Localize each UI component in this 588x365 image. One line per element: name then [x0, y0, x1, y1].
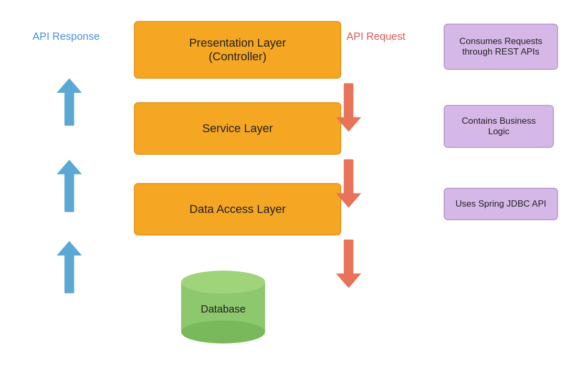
annotation-business-label: Contains BusinessLogic	[462, 116, 536, 137]
annotation-rest-apis: Consumes Requeststhrough REST APIs	[444, 24, 558, 70]
annotation-jdbc: Uses Spring JDBC API	[444, 188, 558, 220]
presentation-layer-box: Presentation Layer(Controller)	[134, 21, 341, 79]
svg-marker-2	[57, 241, 82, 256]
svg-rect-3	[65, 173, 74, 212]
data-access-layer-box: Data Access Layer	[134, 183, 341, 235]
annotation-jdbc-label: Uses Spring JDBC API	[456, 199, 547, 209]
svg-rect-10	[344, 159, 353, 194]
api-request-label: API Request	[346, 30, 405, 42]
svg-rect-1	[65, 254, 74, 293]
blue-arrow-3	[57, 76, 82, 134]
red-arrow-2	[336, 157, 361, 210]
svg-point-16	[181, 271, 265, 294]
svg-rect-5	[65, 92, 74, 126]
svg-marker-9	[336, 117, 361, 132]
annotation-rest-label: Consumes Requeststhrough REST APIs	[459, 36, 542, 57]
presentation-layer-label: Presentation Layer(Controller)	[189, 36, 286, 63]
annotation-business-logic: Contains BusinessLogic	[444, 105, 554, 148]
svg-text:Database: Database	[201, 303, 246, 315]
blue-arrow-2	[57, 157, 82, 220]
svg-point-15	[181, 320, 265, 343]
svg-marker-6	[57, 78, 82, 93]
data-access-layer-label: Data Access Layer	[190, 202, 286, 216]
diagram-container: API Response API Request Presentation La…	[0, 0, 588, 365]
svg-rect-8	[344, 83, 353, 118]
red-arrow-1	[336, 81, 361, 134]
svg-marker-13	[336, 273, 361, 288]
svg-rect-12	[344, 240, 353, 274]
service-layer-label: Service Layer	[202, 122, 273, 135]
svg-marker-4	[57, 160, 82, 175]
svg-marker-11	[336, 193, 361, 208]
database-icon: Database	[176, 267, 270, 349]
api-response-label: API Response	[33, 30, 100, 42]
red-arrow-3	[336, 238, 361, 290]
blue-arrow-1	[57, 239, 82, 302]
service-layer-box: Service Layer	[134, 102, 341, 155]
